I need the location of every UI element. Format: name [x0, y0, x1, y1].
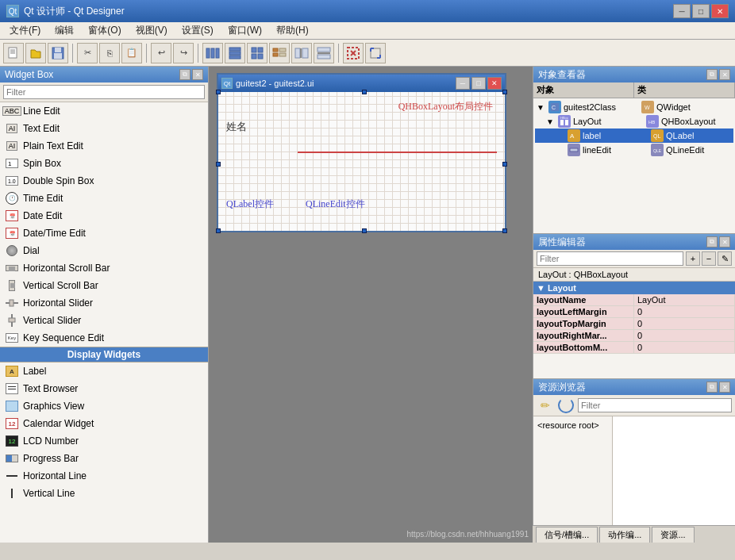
list-item[interactable]: Vertical Scroll Bar	[0, 277, 208, 294]
tree-item[interactable]: A label QL QLabel	[535, 128, 733, 143]
list-item[interactable]: 📅 Date Edit	[0, 207, 208, 224]
menu-settings[interactable]: 设置(S)	[175, 22, 220, 39]
list-item[interactable]: 📅 Date/Time Edit	[0, 224, 208, 242]
list-item[interactable]: 🕐 Time Edit	[0, 190, 208, 207]
design-window[interactable]: Qt guitest2 - guitest2.ui ─ □ ✕	[217, 73, 506, 232]
list-item[interactable]: AI Plain Text Edit	[0, 137, 208, 155]
handle-tr[interactable]	[502, 90, 507, 94]
resource-browser-close-btn[interactable]: ✕	[719, 382, 730, 393]
menu-window[interactable]: 窗口(W)	[221, 22, 268, 39]
prop-row[interactable]: layoutLeftMargin 0	[533, 306, 735, 318]
list-item[interactable]: Horizontal Slider	[0, 294, 208, 312]
resource-tree-item[interactable]: <resource root>	[536, 419, 610, 432]
prop-editor-close-btn[interactable]: ✕	[719, 236, 730, 247]
prop-edit-btn[interactable]: ✎	[718, 251, 732, 266]
new-button[interactable]	[3, 43, 24, 63]
paste-button[interactable]: 📋	[121, 43, 142, 63]
prop-row[interactable]: layoutBottomM... 0	[533, 342, 735, 354]
close-button[interactable]: ✕	[711, 4, 729, 18]
widget-box-filter-input[interactable]	[3, 85, 205, 99]
handle-tc[interactable]	[362, 90, 367, 94]
list-item[interactable]: 12 Calendar Widget	[0, 415, 208, 432]
copy-button[interactable]: ⎘	[99, 43, 120, 63]
prop-remove-btn[interactable]: −	[702, 251, 716, 266]
list-item[interactable]: AI Text Edit	[0, 120, 208, 137]
list-item[interactable]: Dial	[0, 242, 208, 259]
menu-window-form[interactable]: 窗体(O)	[82, 22, 127, 39]
design-min-button[interactable]: ─	[456, 77, 470, 90]
prop-row[interactable]: layoutTopMargin 0	[533, 318, 735, 330]
list-item[interactable]: Progress Bar	[0, 450, 208, 467]
save-button[interactable]	[48, 43, 68, 63]
menu-help[interactable]: 帮助(H)	[270, 22, 315, 39]
widget-box-float-btn[interactable]: ⧉	[179, 69, 190, 80]
layout-splitter-v-button[interactable]	[314, 43, 334, 63]
tree-item[interactable]: ▼ HBox LayOut HB QHBoxLayout	[535, 114, 733, 128]
handle-tl[interactable]	[216, 90, 221, 94]
obj-inspector-float-btn[interactable]: ⧉	[706, 69, 718, 80]
pencil-button[interactable]: ✏	[537, 397, 554, 414]
widget-box-close-btn[interactable]: ✕	[192, 69, 203, 80]
right-panels: 对象查看器 ⧉ ✕ 对象 类 ▼ C guitest2Class	[533, 67, 735, 543]
prop-row[interactable]: layoutRightMar... 0	[533, 330, 735, 342]
menu-view[interactable]: 视图(V)	[129, 22, 174, 39]
tree-item[interactable]: lineEdit QLE QLineEdit	[535, 143, 733, 157]
qlabel-ctrl-text: QLabel控件	[226, 198, 274, 211]
list-item[interactable]: Horizontal Line	[0, 467, 208, 485]
design-close-button[interactable]: ✕	[487, 77, 502, 90]
prop-editor-float-btn[interactable]: ⧉	[706, 236, 718, 247]
handle-ml[interactable]	[216, 162, 221, 167]
list-item[interactable]: Vertical Line	[0, 485, 208, 502]
minimize-button[interactable]: ─	[673, 4, 691, 18]
svg-text:A: A	[570, 132, 575, 140]
tree-item[interactable]: ▼ C guitest2Class W QWidget	[535, 100, 733, 114]
prop-row[interactable]: layoutName LayOut	[533, 294, 735, 306]
list-item[interactable]: A Label	[0, 362, 208, 380]
break-layout-button[interactable]	[343, 43, 364, 63]
redo-button[interactable]: ↪	[173, 43, 194, 63]
list-item[interactable]: Key Key Sequence Edit	[0, 329, 208, 347]
layout-splitter-h-button[interactable]	[291, 43, 312, 63]
undo-button[interactable]: ↩	[151, 43, 171, 63]
tab-resources[interactable]: 资源...	[652, 527, 694, 543]
refresh-button[interactable]	[557, 397, 575, 414]
design-max-button[interactable]: □	[471, 77, 486, 90]
design-canvas[interactable]: QHBoxLayout布局控件 姓名 QLabel控件 QLineEdit控件	[218, 92, 505, 231]
name-label-widget[interactable]: 姓名	[226, 120, 247, 134]
canvas-area[interactable]: Qt guitest2 - guitest2.ui ─ □ ✕	[209, 67, 533, 543]
layout-h-button[interactable]	[202, 43, 223, 63]
display-widgets-category[interactable]: Display Widgets	[0, 347, 208, 362]
layout-form-button[interactable]	[269, 43, 290, 63]
tab-actions[interactable]: 动作编...	[599, 527, 650, 543]
design-window-icon: Qt	[221, 78, 233, 89]
handle-br[interactable]	[502, 228, 507, 233]
list-item[interactable]: 12 LCD Number	[0, 432, 208, 450]
list-item[interactable]: 1 Spin Box	[0, 155, 208, 172]
prop-add-btn[interactable]: +	[686, 251, 700, 266]
hscrollbar-icon	[5, 261, 19, 275]
handle-bl[interactable]	[216, 228, 221, 233]
adjust-size-button[interactable]	[365, 43, 386, 63]
list-item[interactable]: Text Browser	[0, 380, 208, 397]
list-item[interactable]: Graphics View	[0, 397, 208, 415]
prop-filter-row: + − ✎	[533, 250, 735, 268]
menu-file[interactable]: 文件(F)	[3, 22, 47, 39]
list-item[interactable]: Vertical Slider	[0, 312, 208, 329]
list-item[interactable]: ABC Line Edit	[0, 102, 208, 120]
list-item[interactable]: 1.0 Double Spin Box	[0, 172, 208, 190]
resource-browser-float-btn[interactable]: ⧉	[706, 382, 718, 393]
layout-grid-button[interactable]	[247, 43, 267, 63]
resource-files	[613, 416, 735, 525]
tab-signals[interactable]: 信号/槽编...	[536, 527, 598, 543]
prop-filter-input[interactable]	[537, 251, 683, 266]
menu-edit[interactable]: 编辑	[48, 22, 80, 39]
open-button[interactable]	[25, 43, 46, 63]
layout-v-button[interactable]	[225, 43, 245, 63]
handle-bc[interactable]	[362, 228, 367, 233]
handle-mr[interactable]	[502, 162, 507, 167]
obj-inspector-close-btn[interactable]: ✕	[719, 69, 730, 80]
list-item[interactable]: Horizontal Scroll Bar	[0, 259, 208, 277]
cut-button[interactable]: ✂	[77, 43, 98, 63]
resource-filter-input[interactable]	[578, 398, 732, 412]
maximize-button[interactable]: □	[692, 4, 710, 18]
